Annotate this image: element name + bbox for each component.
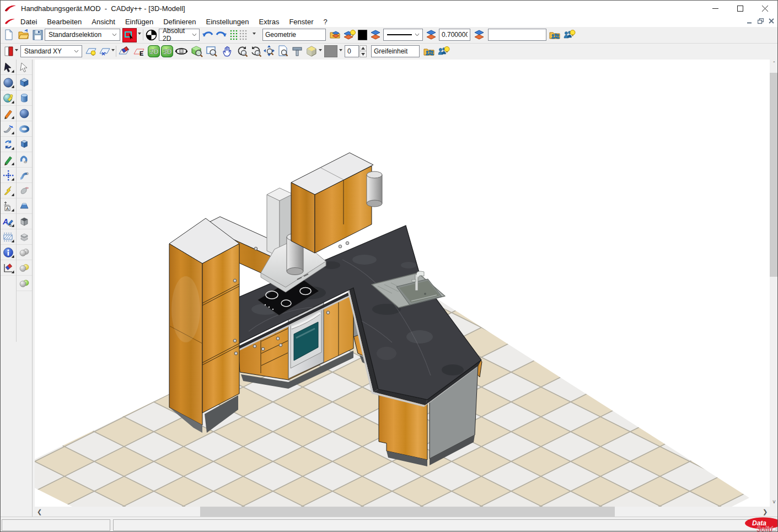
- plane-arrows-caret[interactable]: [111, 49, 115, 51]
- iso-cube-icon[interactable]: [305, 45, 318, 58]
- layer-folder-icon[interactable]: [329, 28, 342, 41]
- mdi-close-button[interactable]: [768, 17, 775, 25]
- orbit-icon[interactable]: [175, 45, 188, 58]
- layer-stack-icon[interactable]: [369, 28, 382, 41]
- zoom-window-icon[interactable]: [205, 45, 218, 58]
- tool-solid-frustum[interactable]: [17, 198, 32, 214]
- snap-spinner-buttons[interactable]: [360, 45, 367, 57]
- tool-solid-prism[interactable]: [17, 137, 32, 152]
- menu-bearbeiten[interactable]: Bearbeiten: [42, 16, 87, 27]
- group-visibility-icon[interactable]: [437, 45, 450, 58]
- undo-icon[interactable]: [201, 28, 214, 41]
- tall-cabinet[interactable]: [169, 218, 239, 433]
- tool-solid-slab[interactable]: [17, 229, 32, 245]
- vertical-scrollbar[interactable]: ˆ ˅: [770, 60, 778, 507]
- tool-solid-cube[interactable]: [17, 75, 32, 90]
- tool-select-arrow[interactable]: [1, 60, 16, 75]
- tool-sphere-dark[interactable]: [1, 75, 16, 90]
- scroll-up-icon[interactable]: ˆ: [770, 60, 778, 69]
- view-2d-button[interactable]: 2D: [147, 45, 160, 58]
- tool-boolean-subtract[interactable]: [17, 260, 32, 276]
- spinner-down-icon[interactable]: [360, 51, 367, 57]
- line-style-combo[interactable]: [383, 29, 423, 41]
- tool-solid-sweep[interactable]: [17, 168, 32, 183]
- close-button[interactable]: [753, 1, 777, 16]
- tool-boolean-union[interactable]: [17, 245, 32, 260]
- tool-hatch[interactable]: [1, 229, 16, 245]
- tool-polyline-lightning[interactable]: [1, 183, 16, 198]
- tool-draw-pencil-orange[interactable]: [1, 106, 16, 121]
- iso-cube-caret[interactable]: [319, 49, 322, 51]
- tool-solid-torus[interactable]: [17, 121, 32, 137]
- mdi-restore-button[interactable]: [756, 17, 764, 25]
- vertical-scroll-thumb[interactable]: [770, 73, 778, 277]
- selection-combo[interactable]: Standardselektion: [45, 29, 120, 41]
- layer-visibility-icon[interactable]: [344, 28, 357, 41]
- tool-point-snap[interactable]: [1, 168, 16, 183]
- tool-solid-shell[interactable]: [17, 214, 32, 229]
- scroll-down-icon[interactable]: ˅: [770, 497, 778, 507]
- viewport-3d[interactable]: [35, 60, 770, 507]
- horizontal-scrollbar[interactable]: ❮ ❯: [35, 507, 770, 517]
- menu-hilfe[interactable]: ?: [318, 16, 332, 27]
- tool-text[interactable]: Ab: [1, 214, 16, 229]
- group-folder-icon[interactable]: [549, 28, 562, 41]
- plane-edit-icon[interactable]: E: [132, 45, 146, 58]
- tool-solid-cylinder[interactable]: [17, 90, 32, 106]
- snap-spinner-input[interactable]: [345, 45, 359, 57]
- rotate-cw-icon[interactable]: [249, 45, 262, 58]
- selection-mode-icon[interactable]: [122, 28, 137, 42]
- new-file-icon[interactable]: [2, 28, 15, 41]
- grid-snap-icon[interactable]: [229, 28, 251, 41]
- plane-erase-icon[interactable]: [117, 45, 131, 58]
- maximize-button[interactable]: [728, 1, 753, 16]
- workplane-book-icon[interactable]: [2, 45, 15, 58]
- extra-input[interactable]: [488, 29, 546, 41]
- line-width-input[interactable]: [439, 29, 470, 41]
- grip-input[interactable]: [371, 45, 420, 57]
- layer-name-input[interactable]: [262, 29, 326, 41]
- scroll-left-icon[interactable]: ❮: [35, 507, 44, 517]
- zoom-box-icon[interactable]: [190, 45, 203, 58]
- layer-stack-icon[interactable]: [473, 28, 486, 41]
- zoom-fit-icon[interactable]: [263, 45, 276, 58]
- menu-ansicht[interactable]: Ansicht: [87, 16, 120, 27]
- menu-fenster[interactable]: Fenster: [284, 16, 318, 27]
- tool-solid-sphere[interactable]: [17, 106, 32, 121]
- open-file-icon[interactable]: [17, 28, 30, 41]
- redo-icon[interactable]: [214, 28, 228, 41]
- grid-snap-caret[interactable]: [253, 33, 256, 35]
- scroll-right-icon[interactable]: ❯: [760, 507, 770, 517]
- menu-datei[interactable]: Datei: [15, 16, 42, 27]
- selection-mode-caret[interactable]: [138, 33, 141, 35]
- t-square-icon[interactable]: [291, 45, 304, 58]
- origin-absolute-icon[interactable]: [144, 28, 158, 41]
- menu-definieren[interactable]: Definieren: [158, 16, 201, 27]
- color-swatch-black[interactable]: [357, 28, 367, 41]
- rotate-ccw-icon[interactable]: [235, 45, 249, 58]
- spinner-up-icon[interactable]: [360, 45, 367, 51]
- pan-hand-icon[interactable]: [221, 45, 234, 58]
- plane-visibility-icon[interactable]: [84, 45, 98, 58]
- mdi-minimize-button[interactable]: [745, 17, 753, 25]
- layer-stack-icon[interactable]: [425, 28, 438, 41]
- tool-solid-revolve[interactable]: [17, 183, 32, 198]
- plane-arrows-icon[interactable]: [98, 45, 111, 58]
- tool-boolean-intersect[interactable]: [17, 276, 32, 291]
- minimize-button[interactable]: [703, 1, 728, 16]
- menu-einstellungen[interactable]: Einstellungen: [201, 16, 254, 27]
- tool-draw-pencil-green[interactable]: [1, 152, 16, 168]
- horizontal-scroll-thumb[interactable]: [200, 507, 615, 517]
- view-3d-button[interactable]: 3D: [160, 45, 174, 58]
- gray-swatch[interactable]: [324, 45, 338, 58]
- tool-info[interactable]: [1, 245, 16, 260]
- coord-combo[interactable]: Absolut 2D: [159, 29, 200, 41]
- zoom-page-icon[interactable]: [277, 45, 290, 58]
- workplane-caret[interactable]: [15, 49, 18, 51]
- menu-extras[interactable]: Extras: [254, 16, 285, 27]
- tool-edit-pliers[interactable]: [1, 121, 16, 137]
- menu-einfuegen[interactable]: Einfügen: [120, 16, 158, 27]
- title-bar[interactable]: Handhabungsgerät.MOD - CADdy++ - [3D-Mod…: [1, 1, 777, 16]
- group-folder-icon[interactable]: [423, 45, 436, 58]
- tool-solid-extrude[interactable]: [17, 152, 32, 168]
